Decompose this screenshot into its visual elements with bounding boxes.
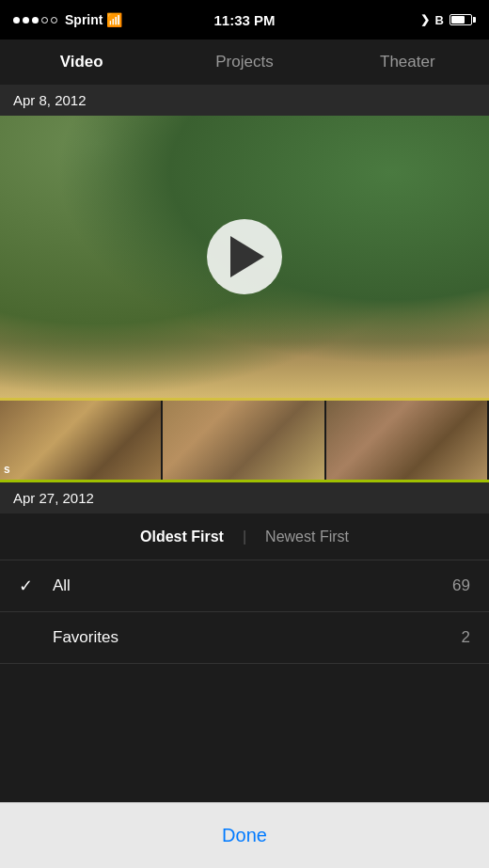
battery-body bbox=[450, 14, 472, 25]
date-header-1: Apr 8, 2012 bbox=[0, 85, 489, 116]
filter-all-label: All bbox=[53, 576, 452, 595]
film-thumb-1[interactable]: s bbox=[0, 401, 163, 480]
battery-indicator bbox=[450, 14, 476, 25]
filter-favorites-label: Favorites bbox=[53, 628, 462, 647]
status-time: 11:33 PM bbox=[213, 12, 275, 28]
nav-tabs: Video Projects Theater bbox=[0, 39, 489, 85]
filter-favorites-count: 2 bbox=[462, 628, 470, 647]
tab-projects[interactable]: Projects bbox=[163, 39, 325, 85]
dot-5 bbox=[51, 17, 57, 24]
dot-2 bbox=[23, 17, 29, 24]
signal-dots bbox=[13, 17, 57, 24]
filter-all[interactable]: ✓ All 69 bbox=[0, 560, 489, 612]
battery-tip bbox=[473, 17, 476, 23]
sort-oldest[interactable]: Oldest First bbox=[121, 529, 243, 545]
checkmark-icon: ✓ bbox=[19, 576, 41, 596]
filter-all-count: 69 bbox=[452, 576, 470, 595]
status-right: ❯ B bbox=[420, 13, 476, 27]
tab-theater[interactable]: Theater bbox=[326, 39, 489, 85]
done-button[interactable]: Done bbox=[222, 825, 267, 846]
dot-4 bbox=[41, 17, 48, 24]
dot-3 bbox=[32, 17, 39, 24]
tab-video[interactable]: Video bbox=[0, 39, 163, 85]
battery-fill bbox=[451, 16, 465, 24]
filter-favorites[interactable]: Favorites 2 bbox=[0, 612, 489, 664]
play-button[interactable] bbox=[207, 219, 282, 294]
bottom-toolbar: Done bbox=[0, 802, 489, 868]
date-header-2: Apr 27, 2012 bbox=[0, 482, 489, 513]
filmstrip[interactable]: s bbox=[0, 398, 489, 482]
location-icon: ❯ bbox=[420, 13, 430, 26]
carrier-label: Sprint bbox=[65, 12, 103, 27]
sort-bar: Oldest First | Newest First bbox=[0, 513, 489, 560]
play-icon bbox=[230, 236, 264, 277]
status-bar: Sprint 📶 11:33 PM ❯ B bbox=[0, 0, 489, 39]
film-thumb-3[interactable] bbox=[326, 401, 489, 480]
bluetooth-icon: B bbox=[435, 13, 444, 27]
wifi-icon: 📶 bbox=[106, 12, 122, 27]
film-label-1: s bbox=[4, 463, 10, 476]
status-left: Sprint 📶 bbox=[13, 12, 122, 27]
film-thumb-2[interactable] bbox=[163, 401, 325, 480]
dot-1 bbox=[13, 17, 20, 24]
sort-newest[interactable]: Newest First bbox=[246, 529, 368, 545]
video-thumbnail[interactable] bbox=[0, 116, 489, 398]
